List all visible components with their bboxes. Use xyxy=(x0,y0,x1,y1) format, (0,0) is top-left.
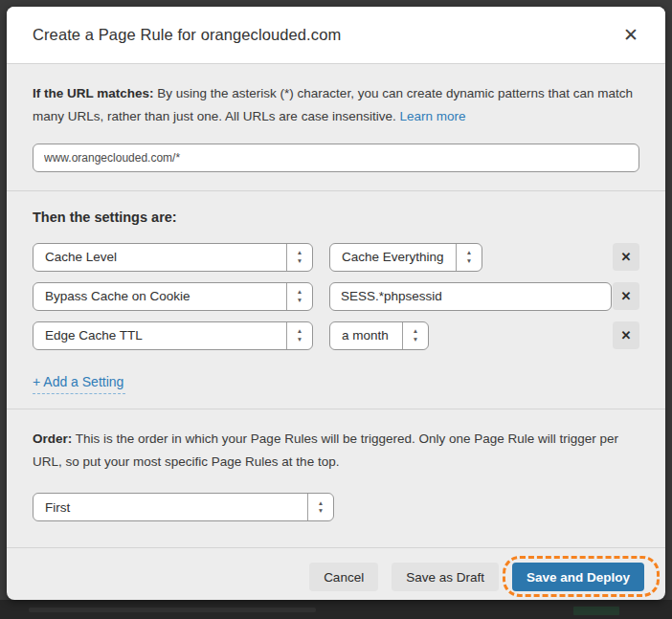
page-rule-dialog: Create a Page Rule for orangeclouded.com… xyxy=(7,7,665,600)
dialog-footer: Cancel Save as Draft Save and Deploy xyxy=(7,556,665,600)
add-setting-link[interactable]: + Add a Setting xyxy=(33,374,123,389)
setting-select-edge-ttl[interactable]: Edge Cache TTL ▲▼ xyxy=(33,321,313,350)
background-status-text xyxy=(29,608,316,612)
value-select-cache-everything[interactable]: Cache Everything ▲▼ xyxy=(329,243,482,272)
settings-section: Then the settings are: Cache Level ▲▼ Ca… xyxy=(7,191,665,409)
url-match-label: If the URL matches: xyxy=(33,86,154,100)
settings-heading: Then the settings are: xyxy=(33,210,639,225)
save-and-deploy-wrap: Save and Deploy xyxy=(512,563,644,591)
learn-more-link[interactable]: Learn more xyxy=(399,109,465,123)
close-icon[interactable]: ✕ xyxy=(619,22,642,48)
setting-row-edge-ttl: Edge Cache TTL ▲▼ a month ▲▼ ✕ xyxy=(33,321,639,350)
stepper-icon: ▲▼ xyxy=(286,283,312,310)
remove-setting-icon[interactable]: ✕ xyxy=(613,282,639,310)
stepper-icon: ▲▼ xyxy=(286,322,312,349)
order-select[interactable]: First ▲▼ xyxy=(33,493,334,521)
background-artifact xyxy=(573,607,619,615)
setting-select-bypass-cookie[interactable]: Bypass Cache on Cookie ▲▼ xyxy=(33,282,313,311)
stepper-icon: ▲▼ xyxy=(307,494,333,520)
stepper-icon: ▲▼ xyxy=(456,244,482,271)
add-setting-container: + Add a Setting xyxy=(33,373,125,394)
url-match-section: If the URL matches: By using the asteris… xyxy=(7,64,665,190)
setting-row-bypass-cookie: Bypass Cache on Cookie ▲▼ ✕ xyxy=(33,282,639,311)
cookie-pattern-input[interactable] xyxy=(329,282,612,311)
setting-row-cache-level: Cache Level ▲▼ Cache Everything ▲▼ ✕ xyxy=(33,243,639,272)
save-as-draft-button[interactable]: Save as Draft xyxy=(392,563,499,591)
add-setting-dashed-underline xyxy=(33,393,125,394)
remove-setting-icon[interactable]: ✕ xyxy=(613,243,639,271)
order-description: Order: This is the order in which your P… xyxy=(33,428,639,475)
stepper-icon: ▲▼ xyxy=(286,244,312,271)
dialog-title: Create a Page Rule for orangeclouded.com xyxy=(33,26,341,44)
stepper-icon: ▲▼ xyxy=(402,322,428,349)
order-section: Order: This is the order in which your P… xyxy=(7,409,665,540)
order-label: Order: xyxy=(33,431,72,446)
url-match-description: If the URL matches: By using the asteris… xyxy=(33,82,639,129)
dialog-header: Create a Page Rule for orangeclouded.com… xyxy=(7,7,665,63)
remove-setting-icon[interactable]: ✕ xyxy=(613,321,639,349)
page-backdrop xyxy=(0,600,672,619)
url-pattern-input[interactable] xyxy=(33,144,639,172)
cancel-button[interactable]: Cancel xyxy=(309,563,378,591)
value-select-ttl[interactable]: a month ▲▼ xyxy=(329,321,429,350)
save-and-deploy-button[interactable]: Save and Deploy xyxy=(512,563,644,591)
setting-select-cache-level[interactable]: Cache Level ▲▼ xyxy=(33,243,313,272)
divider xyxy=(7,547,665,548)
